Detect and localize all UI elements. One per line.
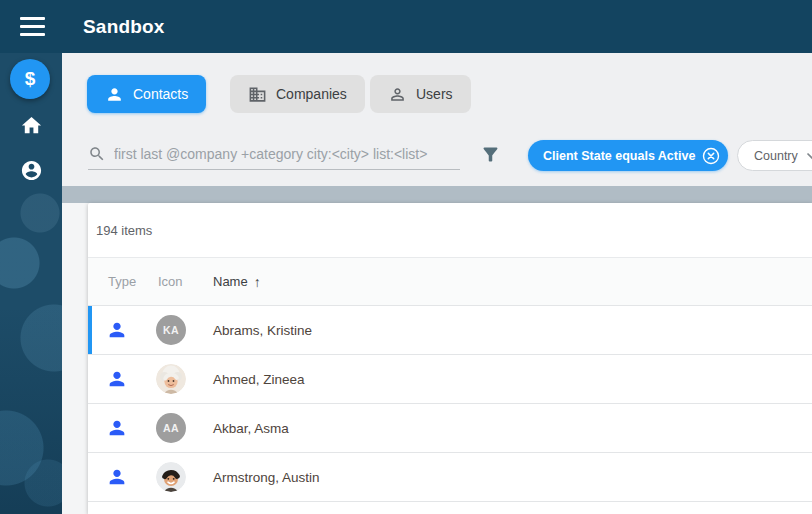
- filter-chip-label: Client State equals Active: [543, 149, 695, 163]
- result-count: 194 items: [88, 203, 812, 258]
- chevron-down-icon: [806, 152, 812, 160]
- results-card: 194 items Type Icon Name ↑ KA Abrams, Kr…: [88, 203, 812, 514]
- account-circle-icon[interactable]: [19, 158, 43, 182]
- contact-type-person-icon: [106, 466, 128, 488]
- filter-funnel-icon[interactable]: [477, 141, 503, 167]
- table-row[interactable]: Armstrong, Austin: [88, 453, 812, 502]
- avatar: [156, 364, 186, 394]
- dollar-fab-button[interactable]: $: [10, 59, 50, 99]
- selected-indicator: [88, 306, 92, 354]
- contact-name: Abrams, Kristine: [213, 306, 312, 355]
- column-header-name[interactable]: Name ↑: [213, 258, 261, 306]
- main-content: Contacts Companies Users: [62, 53, 812, 514]
- contact-type-person-icon: [106, 319, 128, 341]
- tab-label: Contacts: [133, 86, 188, 102]
- contact-type-person-icon: [106, 368, 128, 390]
- filter-chip-client-state[interactable]: Client State equals Active: [528, 140, 728, 171]
- search-input[interactable]: [114, 146, 460, 162]
- avatar: KA: [156, 315, 186, 345]
- filter-chip-country[interactable]: Country: [737, 140, 812, 171]
- app-title: Sandbox: [83, 0, 165, 53]
- contact-name: Akbar, Asma: [213, 404, 289, 453]
- column-header-icon[interactable]: Icon: [158, 258, 183, 306]
- tab-companies[interactable]: Companies: [230, 75, 365, 113]
- tab-users[interactable]: Users: [370, 75, 471, 113]
- tab-label: Users: [416, 86, 453, 102]
- table-row[interactable]: AA Akbar, Asma: [88, 404, 812, 453]
- sort-asc-icon: ↑: [254, 258, 261, 306]
- building-icon: [248, 85, 267, 104]
- filter-chip-label: Country: [754, 149, 798, 163]
- dollar-icon: $: [25, 68, 36, 90]
- avatar: AA: [156, 413, 186, 443]
- person-icon: [105, 85, 124, 104]
- app-window: Sandbox $ Contacts Companies: [0, 0, 812, 514]
- contact-type-person-icon: [106, 417, 128, 439]
- contact-name: Ahmed, Zineea: [213, 355, 305, 404]
- search-field: [88, 138, 460, 170]
- table-row[interactable]: KA Abrams, Kristine: [88, 306, 812, 355]
- table-header: Type Icon Name ↑: [88, 258, 812, 306]
- person-outline-icon: [388, 85, 407, 104]
- home-icon[interactable]: [19, 113, 43, 137]
- divider-band: [62, 186, 812, 203]
- top-app-bar: Sandbox: [0, 0, 812, 53]
- menu-icon[interactable]: [20, 17, 45, 36]
- tab-contacts[interactable]: Contacts: [87, 75, 206, 113]
- tab-label: Companies: [276, 86, 347, 102]
- search-icon: [88, 145, 106, 163]
- column-header-type[interactable]: Type: [108, 258, 136, 306]
- table-row[interactable]: Ahmed, Zineea: [88, 355, 812, 404]
- remove-filter-icon[interactable]: [702, 147, 720, 165]
- sidebar: $: [0, 53, 62, 514]
- avatar: [156, 462, 186, 492]
- filter-toolbar: Contacts Companies Users: [62, 53, 812, 186]
- table-body: KA Abrams, Kristine Ahmed, Zineea: [88, 306, 812, 502]
- contact-name: Armstrong, Austin: [213, 453, 320, 502]
